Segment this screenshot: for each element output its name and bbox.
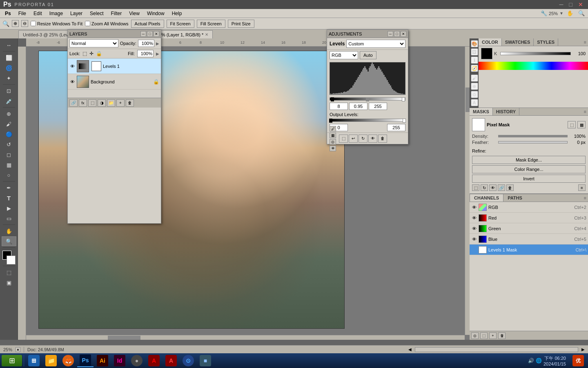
output-white-input[interactable] [387, 124, 405, 131]
adj-tool2[interactable]: ▦ [330, 132, 336, 138]
channel-row-red[interactable]: 👁 Red Ctrl+3 [470, 213, 588, 223]
close-btn[interactable]: ✕ [577, 1, 585, 8]
adj-footer-btn2[interactable]: ↩ [349, 135, 358, 143]
zoom-dropdown-icon[interactable]: ▼ [559, 11, 564, 16]
zoom-minus-icon[interactable]: ⊖ [21, 20, 28, 27]
image-icon-btn[interactable]: 🖼 [471, 48, 478, 56]
layer-eye-background[interactable]: 👁 [69, 79, 75, 85]
path-select-tool[interactable]: ▶ [2, 203, 16, 213]
ch-footer-btn1[interactable]: ◎ [471, 332, 479, 339]
menu-ps[interactable]: Ps [2, 10, 14, 17]
fill-screen-button[interactable]: Fill Screen [197, 20, 225, 28]
menu-window[interactable]: Window [144, 10, 168, 17]
print-size-button[interactable]: Print Size [228, 20, 254, 28]
taskbar-acrobat[interactable]: A [146, 354, 162, 367]
mask-btn-2[interactable]: ▦ [577, 121, 586, 128]
adj-tool1[interactable]: 🖊 [330, 126, 336, 132]
mask-footer-icon2[interactable]: ↻ [481, 184, 488, 191]
tab-masks[interactable]: MASKS [470, 108, 493, 115]
adj-tool3[interactable]: ◎ [330, 139, 336, 145]
channel-row-mask[interactable]: Levels 1 Mask Ctrl+\ [470, 245, 588, 255]
opacity-arrow[interactable]: ▶ [156, 41, 159, 46]
black-point-input[interactable] [330, 103, 348, 110]
zoom-all-check[interactable]: Zoom All Windows [85, 21, 128, 26]
dodge-tool[interactable]: ○ [2, 170, 16, 180]
adj-tool4[interactable]: 👁 [330, 146, 336, 151]
hand-tool[interactable]: ✋ [565, 10, 575, 16]
eyedropper-tool[interactable]: 💉 [2, 96, 16, 106]
channel-eye-green[interactable]: 👁 [471, 226, 477, 231]
taskbar-watermark[interactable]: 优 [570, 354, 586, 367]
adj-footer-btn4[interactable]: 👁 [368, 135, 377, 143]
adj-channel-select[interactable]: RGB [330, 51, 358, 59]
color-range-button[interactable]: Color Range... [472, 165, 586, 173]
layer-delete-btn[interactable]: 🗑 [126, 99, 134, 107]
eraser-tool[interactable]: ◻ [2, 150, 16, 159]
mask-panel-menu-btn[interactable]: ≡ [578, 184, 586, 191]
crop-tool[interactable]: ⊡ [2, 86, 16, 96]
scroll-left-btn[interactable]: ◀ [408, 347, 412, 352]
density-slider[interactable] [498, 135, 568, 137]
info-icon-btn[interactable]: ℹ [471, 56, 478, 64]
taskbar-windows[interactable]: ⊞ [26, 354, 42, 367]
zoom-indicator[interactable]: ▲ [16, 347, 20, 352]
mask-btn-1[interactable]: ⬚ [568, 121, 576, 128]
channel-eye-mask[interactable] [471, 247, 477, 253]
taskbar-firefox[interactable]: 🦊 [60, 354, 76, 367]
lasso-tool[interactable]: 🌀 [2, 63, 16, 73]
adj-auto-button[interactable]: Auto [360, 51, 376, 59]
shape-tool[interactable]: ▭ [2, 213, 16, 223]
gradient-tool[interactable]: ▦ [2, 160, 16, 170]
taskbar-files[interactable]: 📁 [43, 354, 59, 367]
output-slider-track[interactable] [330, 119, 405, 122]
layers-expand-btn[interactable]: □ [147, 31, 153, 37]
actual-pixels-button[interactable]: Actual Pixels [131, 20, 164, 28]
gamma-input[interactable] [349, 103, 368, 110]
layer-mask-btn[interactable]: ⬚ [88, 99, 96, 107]
adj-close-btn[interactable]: ✕ [401, 31, 406, 37]
fill-arrow[interactable]: ▶ [156, 52, 159, 56]
color-preview-box[interactable] [481, 48, 492, 59]
adj-footer-btn1[interactable]: ⬚ [339, 135, 348, 143]
channel-row-rgb[interactable]: 👁 RGB Ctrl+2 [470, 202, 588, 213]
taskbar-app7[interactable]: ● [129, 354, 145, 367]
history-brush[interactable]: ↺ [2, 139, 16, 149]
resize-windows-check[interactable]: Resize Windows To Fit [31, 21, 82, 26]
clone-icon-btn[interactable]: ⊕ [471, 83, 478, 90]
channel-eye-red[interactable]: 👁 [471, 215, 477, 221]
lock-all-icon[interactable]: 🔒 [96, 51, 102, 56]
black-point-handle[interactable] [331, 97, 334, 101]
feather-slider[interactable] [498, 141, 568, 144]
brush-tool[interactable]: 🖌 [2, 119, 16, 129]
ch-footer-btn4[interactable]: 🗑 [498, 332, 506, 339]
layer-group-btn[interactable]: 📁 [107, 99, 115, 107]
hand-tool-left[interactable]: ✋ [2, 226, 16, 236]
taskbar-app11[interactable]: ■ [197, 354, 214, 367]
layers-close-btn[interactable]: ✕ [154, 31, 159, 37]
masks-panel-menu[interactable]: ≡ [582, 108, 588, 115]
blend-mode-select[interactable]: Normal [69, 39, 118, 47]
white-point-handle[interactable] [402, 97, 405, 101]
menu-file[interactable]: File [15, 10, 29, 17]
taskbar-app9[interactable]: A [163, 354, 179, 367]
layers-minimize-btn[interactable]: ─ [140, 31, 146, 37]
move-tool[interactable]: ↔ [2, 40, 16, 50]
mask-footer-icon5[interactable]: 🗑 [506, 184, 514, 191]
h-scroll-track[interactable] [415, 347, 578, 352]
channel-eye-blue[interactable]: 👁 [471, 236, 477, 242]
menu-layer[interactable]: Layer [67, 10, 86, 17]
tab-styles[interactable]: STYLES [534, 38, 558, 46]
zoom-tool[interactable]: 🔍 [577, 10, 586, 16]
layer-row-background[interactable]: 👁 Background 🔒 [68, 74, 161, 90]
layer-row-levels1[interactable]: 👁 Levels 1 [68, 58, 161, 74]
layer-new-btn[interactable]: + [116, 99, 125, 107]
invert-button[interactable]: Invert [472, 175, 586, 183]
fit-screen-button[interactable]: Fit Screen [167, 20, 194, 28]
menu-filter[interactable]: Filter [107, 10, 125, 17]
start-button[interactable]: ⊞ [2, 355, 22, 366]
channel-eye-rgb[interactable]: 👁 [471, 204, 477, 210]
pen-tool[interactable]: ✒ [2, 183, 16, 193]
lock-move-icon[interactable]: ✛ [89, 51, 94, 56]
mask-footer-icon3[interactable]: 👁 [489, 184, 497, 191]
zoom-tool-left[interactable]: 🔍 [2, 236, 16, 246]
